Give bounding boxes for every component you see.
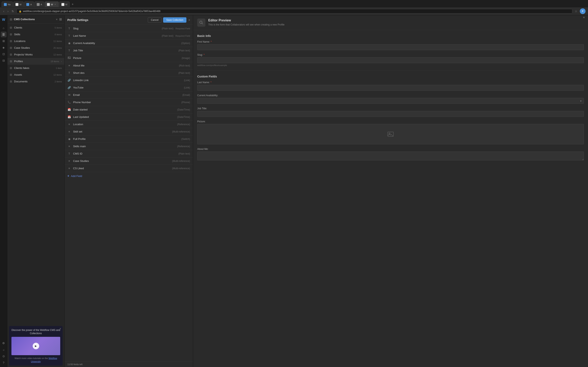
toolbar-pages-icon[interactable]: ⊞ xyxy=(1,38,7,44)
field-type-lastname: (Plain text) xyxy=(162,34,173,37)
field-datestarted[interactable]: 📅 Date started (Date/Time) xyxy=(65,106,193,113)
field-icon-linkedin: 🔗 xyxy=(67,79,71,82)
toolbar-settings-icon[interactable]: ⚙ xyxy=(1,340,7,346)
play-icon[interactable]: ▶ xyxy=(33,343,39,349)
cms-item-skills[interactable]: ⊟ Skills 8 items xyxy=(7,31,64,38)
form-group-jobtitle: Job Title: xyxy=(197,107,584,117)
aboutme-textarea[interactable] xyxy=(197,151,584,160)
field-type-casestudies: (Multi-reference) xyxy=(172,160,190,162)
lastname-input[interactable] xyxy=(197,85,584,91)
field-youtube[interactable]: 🔗 YouTube (Link) xyxy=(65,84,193,91)
cms-add-button[interactable]: ⊞ xyxy=(59,17,62,21)
cms-count-clientsfakes: 1 item xyxy=(56,67,62,69)
webflow-logo[interactable]: W xyxy=(1,17,7,23)
field-type-phone: (Phone) xyxy=(181,101,190,104)
field-name-location: Location xyxy=(73,123,175,126)
refresh-button[interactable]: ↻ xyxy=(11,9,15,13)
settings-close-button[interactable]: × xyxy=(189,18,190,22)
tab-bar: Ne W A A W× W + xyxy=(0,0,588,7)
firstname-input[interactable] xyxy=(197,44,584,50)
field-casestudies[interactable]: ≡ Case Studies (Multi-reference) xyxy=(65,157,193,165)
cancel-button[interactable]: Cancel xyxy=(148,17,162,23)
availability-select[interactable] xyxy=(197,98,584,104)
cms-item-projects[interactable]: ⊟ Projects/ Works 12 items xyxy=(7,51,64,58)
tab-4[interactable]: A xyxy=(35,1,44,7)
promo-video-thumbnail[interactable]: ▶ xyxy=(11,337,60,355)
cms-item-documents[interactable]: ⊟ Documents 2 items xyxy=(7,78,64,85)
toolbar-cms-icon[interactable]: ⊟ xyxy=(1,58,7,63)
field-skillset[interactable]: ≡ Skill set (Multi-reference) xyxy=(65,128,193,135)
field-phone[interactable]: 📞 Phone Number (Phone) xyxy=(65,99,193,106)
field-shortdes[interactable]: T Short des (Plain text) xyxy=(65,69,193,77)
field-type-shortdes: (Plain text) xyxy=(178,72,190,75)
cms-item-locations[interactable]: ⊟ Locations 11 items xyxy=(7,38,64,44)
field-icon-casestudies: ≡ xyxy=(67,159,71,162)
tab-5-active[interactable]: W× xyxy=(45,1,59,7)
user-avatar[interactable]: P xyxy=(580,8,586,14)
field-linkedin[interactable]: 🔗 Linkedin Link (Link) xyxy=(65,77,193,84)
tab-plus[interactable]: + xyxy=(70,1,75,7)
required-star-slug: * xyxy=(204,53,205,56)
picture-upload-box[interactable] xyxy=(197,124,584,144)
cms-icon-projects: ⊟ xyxy=(10,53,12,56)
add-field-row[interactable]: + Add Field xyxy=(65,172,193,180)
field-name-casestudies: Case Studies xyxy=(73,159,170,162)
cms-label-projects: Projects/ Works xyxy=(14,53,51,56)
tab-6[interactable]: W xyxy=(59,1,70,7)
field-skillsmain[interactable]: ≡ Skills main (Reference) xyxy=(65,143,193,150)
field-aboutme[interactable]: ≡ About Me (Rich text) xyxy=(65,62,193,69)
toolbar-layers-icon[interactable]: ☰ xyxy=(1,32,7,37)
toolbar-store-icon[interactable]: ⊡ xyxy=(1,51,7,57)
cms-close-button[interactable]: × xyxy=(56,18,58,21)
cms-count-profiles: 19 items xyxy=(51,60,59,63)
field-name-csliked: CS Liked xyxy=(73,167,170,170)
tab-close[interactable]: × xyxy=(54,3,57,6)
field-fullprofile[interactable]: ◉ Full Profile (Switch) xyxy=(65,135,193,143)
field-jobtitle[interactable]: T Job Title (Plain text) xyxy=(65,47,193,54)
form-group-lastname: Last Name: * xyxy=(197,81,584,91)
toolbar-symbols-icon[interactable]: ◈ xyxy=(1,45,7,50)
field-lastupdated[interactable]: 📅 Last Updated (Date/Time) xyxy=(65,113,193,121)
url-field[interactable]: 🔒 webflow.com/design/pauls-dapper-projec… xyxy=(17,9,572,13)
cms-item-profiles[interactable]: ⊟ Profiles 19 items › xyxy=(7,58,64,65)
cms-item-clientsfakes[interactable]: ⊟ Clients fakes 1 item xyxy=(7,65,64,71)
window-close-button[interactable]: × xyxy=(581,15,586,20)
slug-input[interactable] xyxy=(197,57,584,63)
cms-item-assets[interactable]: ⊟ Assets 12 items xyxy=(7,71,64,78)
availability-select-wrapper xyxy=(197,98,584,104)
field-availability[interactable]: ◉ Current Availability (Option) xyxy=(65,40,193,47)
toolbar-search-icon[interactable]: ⌕ xyxy=(1,347,7,352)
tab-3[interactable]: A xyxy=(24,1,34,7)
tab-2[interactable]: W xyxy=(13,1,24,7)
toolbar-users-icon[interactable]: ⊙ xyxy=(1,353,7,359)
add-field-label: Add Field xyxy=(71,175,82,178)
tab-1[interactable]: Ne xyxy=(2,1,13,7)
cms-item-casestudies[interactable]: ⊟ Case Studies 25 items xyxy=(7,44,64,51)
promo-close-button[interactable]: × xyxy=(60,327,61,330)
field-slug[interactable]: T Slug (Plain text) Required Field xyxy=(65,25,193,32)
svg-point-4 xyxy=(389,133,390,134)
toolbar-home-icon[interactable]: ⌂ xyxy=(1,25,7,31)
custom-fields-section: Custom Fields Last Name: * Current Avail… xyxy=(197,75,584,161)
preview-title: Editor Preview xyxy=(208,18,285,22)
app-container: W ⌂ ☰ ⊞ ◈ ⊡ ⊟ ⚙ ⌕ ⊙ ? ⊟ CMS Collections … xyxy=(0,15,588,367)
forward-button[interactable]: › xyxy=(7,9,9,13)
field-type-fullprofile: (Switch) xyxy=(181,138,190,141)
field-csliked[interactable]: ≡ CS Liked (Multi-reference) xyxy=(65,165,193,172)
field-picture[interactable]: Picture (Image) xyxy=(65,54,193,62)
jobtitle-input[interactable] xyxy=(197,111,584,117)
field-cmsid[interactable]: T CMS ID (Plain text) xyxy=(65,150,193,157)
save-collection-button[interactable]: Save Collection xyxy=(163,17,186,23)
field-location[interactable]: ≡ Location (Reference) xyxy=(65,121,193,128)
promo-box: × Discover the power of the Webflow CMS … xyxy=(9,326,63,366)
cms-item-clients[interactable]: ⊟ Clients 5 items xyxy=(7,24,64,31)
cms-label-assets: Assets xyxy=(14,73,51,76)
field-lastname[interactable]: T Last Name (Plain text) Required Field xyxy=(65,32,193,40)
field-name-picture: Picture xyxy=(73,57,180,59)
toolbar-help-icon[interactable]: ? xyxy=(1,360,7,366)
bookmark-button[interactable]: ☆ xyxy=(574,9,578,13)
chevron-right-icon: › xyxy=(61,60,62,63)
cms-count-clients: 5 items xyxy=(55,26,62,29)
field-email[interactable]: ✉ Email (Email) xyxy=(65,91,193,99)
back-button[interactable]: ‹ xyxy=(2,9,5,13)
